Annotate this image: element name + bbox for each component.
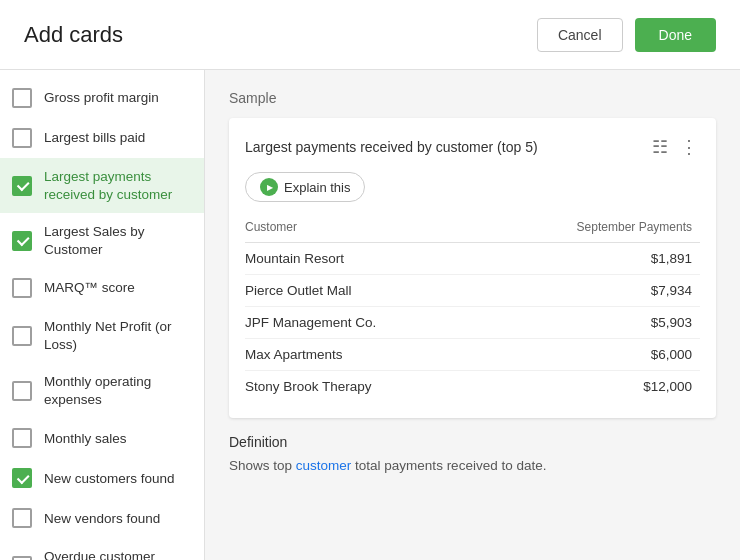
sidebar-item-monthly-net-profit[interactable]: Monthly Net Profit (or Loss): [0, 308, 204, 363]
cell-customer: Mountain Resort: [245, 243, 486, 275]
checkbox-new-vendors[interactable]: [12, 508, 32, 528]
sidebar-item-new-customers[interactable]: New customers found: [0, 458, 204, 498]
main-area: Sample Largest payments received by cust…: [205, 70, 740, 560]
table-row: Max Apartments$6,000: [245, 339, 700, 371]
sidebar-label-new-customers: New customers found: [44, 470, 175, 488]
card-header: Largest payments received by customer (t…: [245, 134, 700, 160]
checkbox-marq-score[interactable]: [12, 278, 32, 298]
sample-card: Largest payments received by customer (t…: [229, 118, 716, 418]
sidebar-label-largest-payments: Largest payments received by customer: [44, 168, 192, 203]
customer-link[interactable]: customer: [296, 458, 352, 473]
table-row: Pierce Outlet Mall$7,934: [245, 275, 700, 307]
explain-label: Explain this: [284, 180, 350, 195]
more-options-icon[interactable]: ⋮: [678, 134, 700, 160]
sidebar-item-marq-score[interactable]: MARQ™ score: [0, 268, 204, 308]
card-icon-group: ☷ ⋮: [650, 134, 700, 160]
column-payments: September Payments: [486, 216, 700, 243]
card-title: Largest payments received by customer (t…: [245, 139, 538, 155]
table-row: JPF Management Co.$5,903: [245, 307, 700, 339]
table-view-icon[interactable]: ☷: [650, 134, 670, 160]
sidebar-label-marq-score: MARQ™ score: [44, 279, 135, 297]
cell-amount: $12,000: [486, 371, 700, 403]
explain-button[interactable]: Explain this: [245, 172, 365, 202]
cell-amount: $5,903: [486, 307, 700, 339]
sidebar-label-largest-bills-paid: Largest bills paid: [44, 129, 145, 147]
payments-table: Customer September Payments Mountain Res…: [245, 216, 700, 402]
sample-label: Sample: [229, 90, 716, 106]
sidebar-item-gross-profit-margin[interactable]: Gross profit margin: [0, 78, 204, 118]
checkbox-largest-bills-paid[interactable]: [12, 128, 32, 148]
sidebar-item-new-vendors[interactable]: New vendors found: [0, 498, 204, 538]
done-button[interactable]: Done: [635, 18, 716, 52]
column-customer: Customer: [245, 216, 486, 243]
definition-title: Definition: [229, 434, 716, 450]
sidebar-item-monthly-operating[interactable]: Monthly operating expenses: [0, 363, 204, 418]
cell-customer: Pierce Outlet Mall: [245, 275, 486, 307]
definition-text: Shows top customer total payments receiv…: [229, 456, 716, 476]
table-row: Stony Brook Therapy$12,000: [245, 371, 700, 403]
definition-section: Definition Shows top customer total paym…: [229, 434, 716, 476]
content-area: Gross profit marginLargest bills paidLar…: [0, 70, 740, 560]
cancel-button[interactable]: Cancel: [537, 18, 623, 52]
cell-amount: $1,891: [486, 243, 700, 275]
sidebar: Gross profit marginLargest bills paidLar…: [0, 70, 205, 560]
sidebar-label-new-vendors: New vendors found: [44, 510, 160, 528]
checkbox-new-customers[interactable]: [12, 468, 32, 488]
sidebar-item-largest-sales[interactable]: Largest Sales by Customer: [0, 213, 204, 268]
play-icon: [260, 178, 278, 196]
sidebar-item-monthly-sales[interactable]: Monthly sales: [0, 418, 204, 458]
sidebar-item-overdue-customer[interactable]: Overdue customer invoices: [0, 538, 204, 560]
checkbox-gross-profit-margin[interactable]: [12, 88, 32, 108]
cell-customer: JPF Management Co.: [245, 307, 486, 339]
sidebar-label-monthly-net-profit: Monthly Net Profit (or Loss): [44, 318, 192, 353]
checkbox-largest-sales[interactable]: [12, 231, 32, 251]
page-title: Add cards: [24, 22, 123, 48]
cell-amount: $6,000: [486, 339, 700, 371]
cell-amount: $7,934: [486, 275, 700, 307]
sidebar-label-gross-profit-margin: Gross profit margin: [44, 89, 159, 107]
checkbox-largest-payments[interactable]: [12, 176, 32, 196]
sidebar-label-overdue-customer: Overdue customer invoices: [44, 548, 192, 560]
checkbox-monthly-operating[interactable]: [12, 381, 32, 401]
header: Add cards Cancel Done: [0, 0, 740, 70]
sidebar-label-monthly-sales: Monthly sales: [44, 430, 127, 448]
checkbox-overdue-customer[interactable]: [12, 556, 32, 560]
sidebar-item-largest-payments[interactable]: Largest payments received by customer: [0, 158, 204, 213]
checkbox-monthly-sales[interactable]: [12, 428, 32, 448]
sidebar-label-largest-sales: Largest Sales by Customer: [44, 223, 192, 258]
sidebar-item-largest-bills-paid[interactable]: Largest bills paid: [0, 118, 204, 158]
cell-customer: Stony Brook Therapy: [245, 371, 486, 403]
cell-customer: Max Apartments: [245, 339, 486, 371]
sidebar-label-monthly-operating: Monthly operating expenses: [44, 373, 192, 408]
checkbox-monthly-net-profit[interactable]: [12, 326, 32, 346]
header-actions: Cancel Done: [537, 18, 716, 52]
table-row: Mountain Resort$1,891: [245, 243, 700, 275]
